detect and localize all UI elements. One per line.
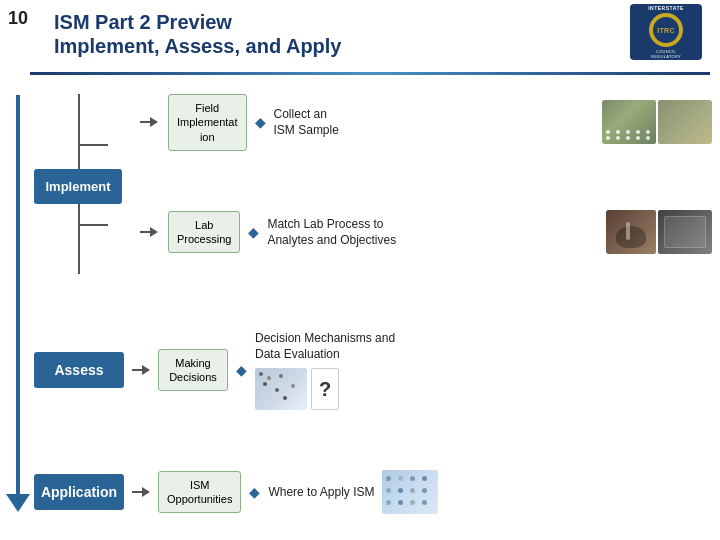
assess-label: Assess [34, 352, 124, 388]
application-label: Application [34, 474, 124, 510]
logo: INTERSTATE ITRC COUNCIL REGULATORY [630, 4, 710, 64]
bracket-line-bot [78, 224, 80, 274]
header-divider [30, 72, 710, 75]
diamond-bullet-2: ◆ [248, 224, 259, 240]
lab-row: Lab Processing ◆ Match Lab Process to An… [140, 210, 712, 254]
decision-images: ? [255, 368, 712, 410]
bracket-h-top [78, 144, 108, 146]
page-number: 10 [8, 8, 28, 29]
connector-field [140, 117, 158, 127]
field-impl-row: Field Implementat ion ◆ Collect an ISM S… [140, 94, 712, 151]
assess-connector [132, 365, 150, 375]
bracket-line-top [78, 94, 80, 144]
assess-desc: Decision Mechanisms and Data Evaluation [255, 330, 712, 410]
ism-dots [382, 470, 438, 516]
vertical-track [16, 95, 20, 498]
assess-row: Assess Making Decisions ◆ Decision Mecha… [34, 330, 712, 410]
header: ISM Part 2 Preview Implement, Assess, an… [30, 4, 710, 64]
decision-image-1 [255, 368, 307, 410]
ism-image [382, 470, 438, 514]
field-impl-subbox: Field Implementat ion [168, 94, 247, 151]
diamond-bullet-3: ◆ [236, 362, 247, 378]
application-row: Application ISM Opportunities ◆ Where to… [34, 470, 712, 514]
lab-proc-subbox: Lab Processing [168, 211, 240, 254]
application-connector [132, 487, 150, 497]
lab-image-2 [658, 210, 712, 254]
connector-lab [140, 227, 158, 237]
application-content: Where to Apply ISM [268, 470, 712, 514]
diamond-bullet-1: ◆ [255, 114, 266, 130]
page-title: ISM Part 2 Preview Implement, Assess, an… [54, 10, 342, 58]
lab-desc: Match Lab Process to Analytes and Object… [267, 216, 598, 248]
ism-opps-subbox: ISM Opportunities [158, 471, 241, 514]
lab-image-1 [606, 210, 656, 254]
diamond-bullet-4: ◆ [249, 484, 260, 500]
making-decisions-subbox: Making Decisions [158, 349, 228, 392]
bracket-h-bot [78, 224, 108, 226]
lab-images [606, 210, 712, 254]
track-arrow [6, 494, 30, 512]
question-box: ? [311, 368, 339, 410]
field-images [602, 100, 712, 144]
field-impl-desc: Collect an ISM Sample [274, 106, 594, 138]
field-image-2 [658, 100, 712, 144]
field-image-1 [602, 100, 656, 144]
application-desc: Where to Apply ISM [268, 484, 374, 500]
main-layout: Implement Field Implementat ion ◆ Collec… [0, 80, 720, 540]
implement-label: Implement [34, 169, 122, 204]
question-mark: ? [319, 378, 331, 401]
